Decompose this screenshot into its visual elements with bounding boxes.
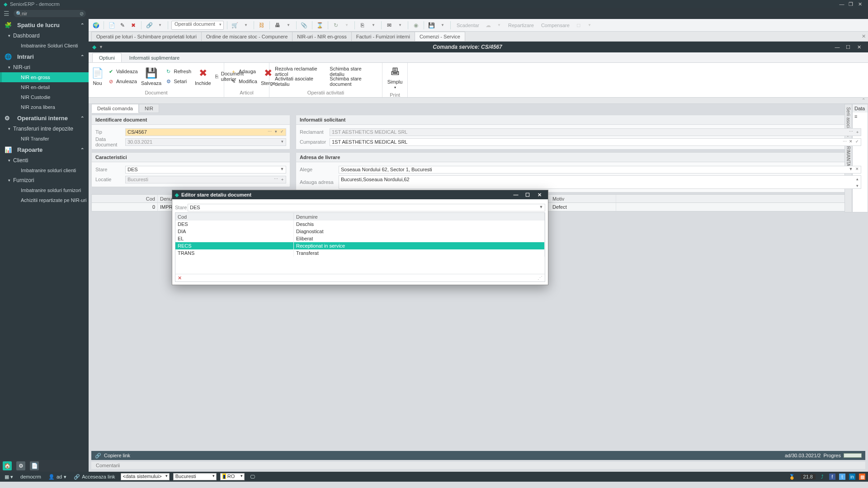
dup-dd[interactable]: ▼ <box>369 21 378 30</box>
ribbon-inchide[interactable]: ✖Inchide <box>195 65 211 88</box>
home-icon[interactable]: 🏠 <box>3 461 12 470</box>
sidebar-op-interne[interactable]: ⚙Operatiuni interne⌃ <box>0 112 89 124</box>
ribbon-tab-optiuni[interactable]: Optiuni <box>92 53 122 62</box>
ribbon-modifica[interactable]: ✎Modifica <box>227 77 260 86</box>
mail-dd[interactable]: ▼ <box>396 21 405 30</box>
maximize-button[interactable]: ❐ <box>846 1 855 7</box>
menu-icon[interactable]: ☰ <box>4 10 14 17</box>
attach-icon[interactable]: 📎 <box>300 21 309 30</box>
ribbon-salveaza[interactable]: 💾Salveaza <box>142 65 161 88</box>
dd-resize-icon[interactable]: ⋰ <box>538 275 542 281</box>
sidebar-intrari[interactable]: 🌐Intrari⌃ <box>0 51 89 62</box>
ribbon-adauga[interactable]: ＋Adauga <box>227 67 260 76</box>
sidebar-item-imb-solduri-clienti[interactable]: Imbatranire solduri clienti <box>0 165 89 175</box>
dropdown-icon[interactable]: ▼ <box>156 21 165 30</box>
status-medal-icon[interactable]: 🏅 <box>787 474 797 480</box>
comments-row[interactable]: Comentarii <box>91 462 865 469</box>
dd-row-des[interactable]: DESDeschis <box>175 221 545 228</box>
status-screen-icon[interactable]: 🖵 <box>248 474 257 479</box>
modal-minimize[interactable]: — <box>510 192 522 197</box>
sidebar-item-achizitii-nir[interactable]: Achizitii repartizate pe NIR-uri <box>0 195 89 205</box>
sidebar-item-nir-custodie[interactable]: NIR Custodie <box>0 92 89 102</box>
status-grid-icon[interactable]: ▦ ▾ <box>3 474 15 480</box>
modal-field-stare[interactable]: DES▼ <box>188 204 545 211</box>
linkedin-icon[interactable]: in <box>849 474 855 480</box>
field-stare[interactable]: DES▼ <box>125 166 286 174</box>
sidebar-workspace[interactable]: 🧩Spatiu de lucru⌃ <box>0 19 89 31</box>
reload-dd[interactable]: ▼ <box>342 21 351 30</box>
sidebar-clienti[interactable]: ▾Clienti <box>0 155 89 165</box>
link-icon[interactable]: 🔗 <box>145 21 154 30</box>
sidebar-item-nir-en-gross[interactable]: NIR en-gross <box>0 72 89 82</box>
report-icon[interactable]: 📄 <box>30 461 39 470</box>
status-user[interactable]: 👤ad ▾ <box>47 474 68 480</box>
ribbon-valideaza[interactable]: ✔Valideaza <box>104 67 141 76</box>
clear-search-button[interactable]: ⊘ <box>80 11 84 17</box>
ribbon-schimba-detaliu[interactable]: Schimba stare detaliu <box>327 67 379 76</box>
save-dd[interactable]: ▼ <box>438 21 447 30</box>
dd-row-el[interactable]: ELEliberat <box>175 235 545 242</box>
scadentar-icon[interactable]: ☁ <box>484 21 493 30</box>
field-reclamant[interactable]: 1ST AESTHETICS MEDICAL SRL⋯＋ <box>330 128 861 136</box>
copy-link[interactable]: Copiere link <box>104 453 130 458</box>
delete-icon[interactable]: ✖ <box>129 21 138 30</box>
minimize-button[interactable]: — <box>837 1 846 7</box>
status-democrm[interactable]: democrm <box>19 474 43 479</box>
ribbon-simplu[interactable]: 🖶Simplu▾ <box>385 64 405 91</box>
status-locatie[interactable]: Bucuresti <box>173 473 217 480</box>
ribbon-tab-info-supl[interactable]: Informatii suplimentare <box>123 53 186 62</box>
status-data-sistem[interactable]: <data sistemului> <box>121 473 170 480</box>
world-icon[interactable]: 🌍 <box>91 21 100 30</box>
sub-maximize[interactable]: ☐ <box>843 44 854 50</box>
ribbon-setari[interactable]: ⚙Setari <box>162 77 194 86</box>
dd-row-recs[interactable]: RECSReceptionat in service <box>175 242 545 249</box>
rss-icon[interactable]: ▩ <box>859 474 865 480</box>
hourglass-icon[interactable]: ⌛ <box>316 21 325 30</box>
duplicate-icon[interactable]: ⎘ <box>358 21 367 30</box>
facebook-icon[interactable]: f <box>829 474 835 480</box>
sub-minimize[interactable]: — <box>832 44 843 50</box>
tab-detalii-comanda[interactable]: Detalii comanda <box>91 104 139 113</box>
modal-maximize[interactable]: ☐ <box>522 192 533 198</box>
sub-logo-dd[interactable]: ▼ <box>99 45 103 49</box>
field-adauga-adresa[interactable]: Bucuresti,Soseaua Nordului,62▴▾ <box>339 175 861 189</box>
ribbon-refresh[interactable]: ↻Refresh <box>162 67 194 76</box>
ribbon-nou[interactable]: 📄Nou <box>91 65 104 88</box>
status-lang[interactable]: ▮ RO <box>220 473 245 480</box>
sidebar-item-nir-transfer[interactable]: NIR Transfer <box>0 134 89 144</box>
edit-icon[interactable]: ✎ <box>118 21 127 30</box>
sidebar-rapoarte[interactable]: 📊Rapoarte⌃ <box>0 144 89 155</box>
sub-logo-icon[interactable]: ◆ <box>92 44 96 50</box>
right-rail-filter[interactable]: = <box>853 113 868 121</box>
field-locatie[interactable]: Bucuresti⋯＋ <box>125 176 286 183</box>
dd-clear-button[interactable]: ✕ <box>178 275 182 281</box>
sidebar-item-imbatranire-clienti[interactable]: Imbatranire Solduri Clienti <box>0 41 89 51</box>
close-all-tabs[interactable]: ✕ <box>859 32 868 41</box>
sidebar-furnizori[interactable]: ▾Furnizori <box>0 175 89 185</box>
dd-col-cod[interactable]: Cod <box>175 213 294 221</box>
print-icon[interactable]: 🖶 <box>273 21 282 30</box>
sidebar-item-nir-zona-libera[interactable]: NIR zona libera <box>0 102 89 112</box>
sidebar-item-imb-solduri-furnizori[interactable]: Imbatranire solduri furnizori <box>0 185 89 195</box>
modal-close[interactable]: ✕ <box>533 192 545 198</box>
comp-icon[interactable]: □ <box>574 21 583 30</box>
comp-dd[interactable]: ▼ <box>585 21 594 30</box>
sidebar-nir-uri[interactable]: ▾NIR-uri <box>0 62 89 72</box>
ribbon-activitati[interactable]: Activitati asociate detaliu <box>272 77 326 86</box>
reload-icon[interactable]: ↻ <box>331 21 340 30</box>
scad-dd[interactable]: ▼ <box>495 21 504 30</box>
settings-icon[interactable]: ⚙ <box>16 461 25 470</box>
ribbon-rezolva[interactable]: Rezolva reclamatie articol <box>272 67 326 76</box>
tab-ordine-miscare[interactable]: Ordine de miscare stoc - Compunere <box>201 32 292 41</box>
right-rail-tab[interactable]: Serii asociate - IMPRIMANTA <box>844 104 852 212</box>
sidebar-dashboard[interactable]: ▾Dashboard <box>0 31 89 41</box>
ribbon-anuleaza[interactable]: ⊘Anuleaza <box>104 77 141 86</box>
field-cumparator[interactable]: 1ST AESTHETICS MEDICAL SRL⋯✕✓ <box>330 138 861 146</box>
close-button[interactable]: ✕ <box>855 1 864 7</box>
tab-operatii-loturi[interactable]: Operatii pe loturi - Schimbare proprieta… <box>91 32 202 41</box>
field-alege[interactable]: Soseaua Nordului 62, Sector 1, Bucuresti… <box>339 166 861 174</box>
dd-col-denumire[interactable]: Denumire <box>294 213 545 221</box>
save-icon[interactable]: 💾 <box>427 21 436 30</box>
tab-nir-uri[interactable]: NIR-uri - NIR en-gross <box>292 32 351 41</box>
tab-nir[interactable]: NIR <box>139 104 159 113</box>
